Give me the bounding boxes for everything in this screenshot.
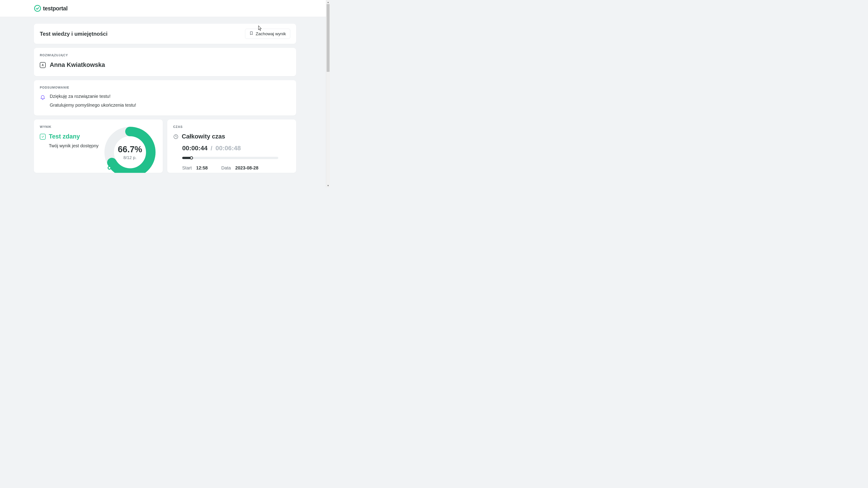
scroll-down-arrow-icon[interactable]: ▼	[326, 184, 330, 188]
result-status: Test zdany	[49, 133, 80, 140]
solver-name: Anna Kwiatkowska	[50, 61, 105, 68]
time-date-value: 2023-08-28	[235, 165, 258, 170]
time-progress-thumb-icon	[190, 156, 193, 160]
logo-check-icon	[34, 5, 41, 12]
test-title: Test wiedzy i umiejętności	[40, 31, 107, 37]
solver-card: ROZWIĄZUJĄCY Anna Kwiatkowska	[34, 48, 296, 76]
time-total: 00:06:48	[215, 144, 241, 152]
scroll-up-arrow-icon[interactable]: ▲	[326, 0, 330, 4]
main-content: Test wiedzy i umiejętności Zachowaj wyni…	[0, 17, 330, 173]
scroll-thumb[interactable]	[327, 4, 330, 72]
score-donut-chart: 66.7% 8/12 p.	[104, 126, 156, 173]
section-label-solver: ROZWIĄZUJĄCY	[40, 53, 290, 57]
time-elapsed: 00:00:44	[182, 144, 208, 152]
summary-line-2: Gratulujemy pomyślnego ukończenia testu!	[50, 103, 136, 108]
time-date: Data 2023-08-28	[221, 165, 258, 170]
section-label-time: CZAS	[173, 125, 290, 129]
section-label-summary: PODSUMOWANIE	[40, 86, 290, 89]
logo[interactable]: testportal	[34, 5, 68, 12]
time-start-label: Start	[182, 165, 192, 170]
user-icon	[40, 62, 46, 68]
summary-card: PODSUMOWANIE Dziękuję za rozwiązanie tes…	[34, 80, 296, 116]
summary-line-1: Dziękuję za rozwiązanie testu!	[50, 94, 136, 99]
time-progress-bar	[182, 157, 278, 159]
svg-point-1	[42, 64, 43, 65]
time-start: Start 12:58	[182, 165, 208, 170]
time-separator: /	[211, 145, 212, 152]
time-date-label: Data	[221, 165, 231, 170]
result-card: WYNIK Test zdany Twój wynik jest dostępn…	[34, 120, 163, 173]
vertical-scrollbar[interactable]: ▲ ▼	[326, 0, 330, 188]
logo-text: testportal	[43, 5, 68, 12]
time-title: Całkowity czas	[182, 133, 225, 140]
time-card: CZAS Całkowity czas 00:00:44 / 00:06:48	[167, 120, 296, 173]
passed-check-icon	[40, 134, 46, 140]
title-card: Test wiedzy i umiejętności Zachowaj wyni…	[34, 24, 296, 44]
time-start-value: 12:58	[196, 165, 208, 170]
score-percent: 66.7%	[118, 144, 142, 154]
bell-icon	[40, 94, 46, 100]
clock-icon	[173, 134, 179, 139]
score-points: 8/12 p.	[123, 155, 136, 160]
app-header: testportal	[0, 0, 330, 17]
save-result-button[interactable]: Zachowaj wynik	[245, 29, 290, 39]
bookmark-icon	[249, 31, 253, 36]
save-result-label: Zachowaj wynik	[256, 31, 286, 36]
